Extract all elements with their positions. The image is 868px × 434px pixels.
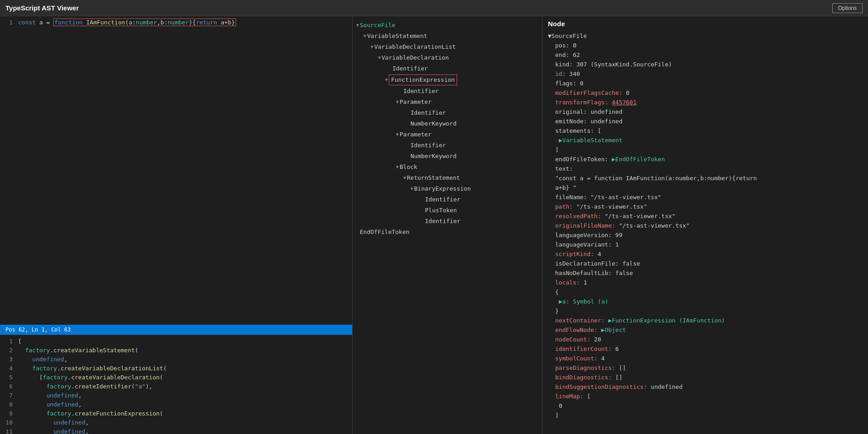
node-prop: ▶VariableStatement: [559, 135, 863, 145]
node-prop: text:: [555, 164, 863, 173]
header: TypeScript AST Viewer Options: [0, 0, 868, 16]
factory-area[interactable]: 1 [ 2 factory.createVariableStatement( 3…: [0, 335, 352, 434]
tree-node-endoffiletoken[interactable]: EndOfFileToken: [353, 227, 542, 238]
tree-label: NumberKeyword: [410, 151, 457, 161]
line-content: undefined,: [18, 400, 352, 409]
node-prop: nodeCount: 20: [555, 335, 863, 344]
tree-node-identifier4[interactable]: Identifier: [353, 140, 542, 151]
line-number: 1: [0, 337, 18, 346]
tree-arrow: ▼: [385, 75, 388, 85]
line-number: 10: [0, 418, 18, 427]
tree-node-parameter2[interactable]: ▼ Parameter: [353, 129, 542, 140]
node-prop: symbolCount: 4: [555, 354, 863, 363]
node-prop: kind: 307 (SyntaxKind.SourceFile): [555, 60, 863, 69]
node-prop: endFlowNode: ▶Object: [555, 325, 863, 335]
tree-label: Identifier: [425, 195, 460, 205]
tree-arrow: [389, 64, 392, 74]
tree-label: VariableDeclarationList: [374, 42, 456, 52]
line-number: 4: [0, 364, 18, 373]
tree-node-numberkeyword1[interactable]: NumberKeyword: [353, 118, 542, 129]
tree-node-identifier6[interactable]: Identifier: [353, 216, 542, 227]
factory-line: 6 factory.createIdentifier("a"),: [0, 382, 352, 391]
line-number: 3: [0, 355, 18, 364]
tree-arrow: [400, 86, 402, 96]
line-content: undefined,: [18, 391, 352, 400]
tree-panel[interactable]: ▼ SourceFile ▼ VariableStatement ▼ Varia…: [353, 16, 542, 434]
code-area[interactable]: 1 const a = function IAmFunction(a:numbe…: [0, 16, 352, 325]
tree-label: Identifier: [410, 140, 446, 150]
tree-arrow: ▼: [356, 20, 359, 30]
node-prop: bindDiagnostics: []: [555, 373, 863, 382]
tree-label: Identifier: [403, 86, 439, 96]
tree-node-plustoken[interactable]: PlusToken: [353, 205, 542, 216]
node-prop: pos: 0: [555, 41, 863, 50]
tree-node-block[interactable]: ▼ Block: [353, 162, 542, 173]
node-prop: bindSuggestionDiagnostics: undefined: [555, 382, 863, 392]
tree-arrow: [421, 216, 424, 226]
status-bar: Pos 62, Ln 1, Col 63: [0, 325, 352, 335]
tree-arrow: ▼: [396, 97, 399, 107]
tree-label: Identifier: [392, 64, 428, 74]
node-prop: modifierFlagsCache: 0: [555, 88, 863, 98]
node-panel: Node ▼SourceFile pos: 0 end: 62 kind: 30…: [542, 16, 868, 434]
tree-node-parameter1[interactable]: ▼ Parameter: [353, 97, 542, 107]
tree-label: NumberKeyword: [410, 119, 457, 129]
node-prop: originalFileName: "/ts-ast-viewer.tsx": [555, 221, 863, 230]
tree-node-variabledeclaration[interactable]: ▼ VariableDeclaration: [353, 52, 542, 63]
tree-node-variabledeclarationlist[interactable]: ▼ VariableDeclarationList: [353, 42, 542, 52]
factory-line: 11 undefined,: [0, 427, 352, 434]
tree-arrow: ▼: [378, 53, 381, 63]
node-prop: hasNoDefaultLib: false: [555, 268, 863, 278]
tree-label: Parameter: [400, 97, 431, 107]
node-prop: isDeclarationFile: false: [555, 259, 863, 268]
node-prop: transformFlags: 4457601: [555, 98, 863, 107]
node-prop: ]: [555, 145, 863, 154]
node-prop: resolvedPath: "/ts-ast-viewer.tsx": [555, 211, 863, 221]
tree-label: SourceFile: [360, 20, 395, 30]
tree-node-identifier3[interactable]: Identifier: [353, 107, 542, 118]
code-line: 1 const a = function IAmFunction(a:numbe…: [0, 18, 352, 27]
tree-node-variablestatement[interactable]: ▼ VariableStatement: [353, 31, 542, 42]
tree-node-returnstatement[interactable]: ▼ ReturnStatement: [353, 173, 542, 183]
tree-label: ReturnStatement: [407, 173, 460, 183]
status-text: Pos 62, Ln 1, Col 63: [5, 327, 71, 333]
options-button[interactable]: Options: [832, 3, 863, 13]
factory-line: 1 [: [0, 337, 352, 346]
tree-label: EndOfFileToken: [360, 227, 410, 237]
tree-arrow: [421, 195, 424, 205]
factory-line: 9 factory.createFunctionExpression(: [0, 409, 352, 418]
tree-arrow: [421, 205, 424, 215]
line-number: 5: [0, 373, 18, 382]
node-prop: ]: [555, 411, 863, 420]
tree-node-functionexpression[interactable]: ▼ FunctionExpression: [353, 74, 542, 86]
tree-node-binaryexpression[interactable]: ▼ BinaryExpression: [353, 183, 542, 194]
tree-arrow: ▼: [396, 130, 399, 140]
factory-line: 10 undefined,: [0, 418, 352, 427]
node-prop: nextContainer: ▶FunctionExpression (IAmF…: [555, 316, 863, 325]
node-prop: }: [555, 306, 863, 316]
line-content: const a = function IAmFunction(a:number,…: [18, 18, 352, 27]
node-prop: endOfFileToken: ▶EndOfFileToken: [555, 154, 863, 164]
factory-line: 4 factory.createVariableDeclarationList(: [0, 364, 352, 373]
node-prop: languageVersion: 99: [555, 230, 863, 240]
line-content: undefined,: [18, 355, 352, 364]
line-content: factory.createFunctionExpression(: [18, 409, 352, 418]
factory-line: 3 undefined,: [0, 355, 352, 364]
app-title: TypeScript AST Viewer: [5, 4, 79, 12]
tree-node-identifier5[interactable]: Identifier: [353, 194, 542, 205]
node-prop: 0: [559, 401, 863, 411]
tree-node-identifier[interactable]: Identifier: [353, 63, 542, 74]
line-content: factory.createVariableDeclarationList(: [18, 364, 352, 373]
tree-node-sourcefile[interactable]: ▼ SourceFile: [353, 20, 542, 31]
node-prop: languageVariant: 1: [555, 240, 863, 249]
factory-line: 7 undefined,: [0, 391, 352, 400]
editor-panel: 1 const a = function IAmFunction(a:numbe…: [0, 16, 353, 434]
tree-arrow: [356, 227, 359, 237]
tree-label-selected: FunctionExpression: [389, 75, 457, 85]
line-content: undefined,: [18, 427, 352, 434]
tree-node-identifier2[interactable]: Identifier: [353, 86, 542, 97]
tree-node-numberkeyword2[interactable]: NumberKeyword: [353, 151, 542, 162]
node-prop: lineMap: [: [555, 392, 863, 401]
node-panel-title: Node: [548, 20, 863, 28]
tree-arrow: ▼: [410, 184, 413, 194]
